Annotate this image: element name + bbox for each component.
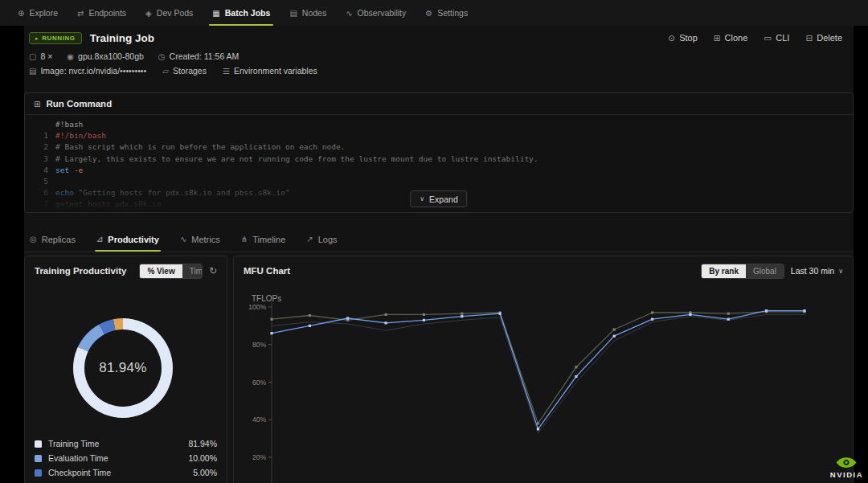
y-axis-tick: 100% (248, 303, 266, 311)
code-text: getent hosts pbss.s8k.io (55, 211, 166, 213)
delete-icon: ⊟ (805, 33, 813, 43)
tab-logs-icon: ↗ (306, 235, 313, 244)
tab-label: Replicas (42, 235, 76, 244)
job-header: ▸ RUNNING Training Job ⊙Stop⊞Clone▭CLI⊟D… (24, 27, 854, 84)
image-icon: ▤ (29, 67, 36, 76)
job-meta-item[interactable]: ▱Storages (162, 66, 207, 76)
code-token: "Getting hosts for pdx.s8k.io and pbss.s… (74, 188, 290, 197)
code-line: 8getent hosts pbss.s8k.io (25, 211, 853, 213)
tab-label: Productivity (108, 235, 159, 244)
delete-button[interactable]: ⊟Delete (805, 33, 842, 43)
status-badge-label: RUNNING (42, 35, 76, 42)
running-icon: ▸ (35, 35, 39, 42)
action-button-label: Stop (679, 33, 698, 43)
line-number: 4 (25, 165, 55, 176)
line-number: 2 (25, 141, 55, 153)
settings-icon: ⚙ (425, 9, 432, 18)
line-number: 7 (25, 199, 55, 210)
nav-item-label: Explore (29, 8, 58, 18)
job-meta-text: Environment variables (234, 66, 317, 76)
legend-row: Evaluation Time10.00% (35, 451, 217, 465)
tab-label: Metrics (191, 235, 219, 244)
y-axis-tick: 40% (252, 415, 266, 424)
job-tab-bar: ◎Replicas⊿Productivity∿Metrics⋔Timeline↗… (24, 227, 854, 252)
y-axis-tick: 80% (252, 341, 266, 349)
tab-productivity[interactable]: ⊿Productivity (96, 227, 159, 252)
productivity-donut-chart[interactable]: 81.94% (73, 318, 173, 418)
nav-item-label: Batch Jobs (225, 8, 271, 18)
gpu-icon: ◉ (67, 52, 74, 61)
nav-item-explore[interactable]: ⊕Explore (18, 0, 58, 26)
job-spec-item: ◉gpu.8xa100-80gb (67, 51, 143, 61)
job-meta-item[interactable]: ☰Environment variables (223, 66, 317, 76)
code-line: 1#!/bin/bash (25, 130, 853, 141)
nav-item-batch-jobs[interactable]: ▦Batch Jobs (212, 0, 270, 26)
scope-toggle: By rankGlobal (701, 264, 784, 279)
expand-button[interactable]: ∨ Expand (410, 190, 467, 207)
nav-item-label: Observability (358, 8, 407, 18)
clock-icon: ◷ (158, 52, 166, 61)
endpoints-icon: ⇄ (77, 9, 84, 18)
tab-replicas[interactable]: ◎Replicas (30, 227, 76, 252)
job-actions: ⊙Stop⊞Clone▭CLI⊟Delete (668, 33, 842, 43)
cli-button[interactable]: ▭CLI (764, 33, 789, 43)
refresh-icon[interactable]: ↻ (209, 265, 217, 276)
code-token: # Bash script which is run before the ap… (55, 142, 345, 151)
tab-metrics[interactable]: ∿Metrics (180, 227, 220, 252)
tab-label: Logs (318, 235, 338, 244)
status-badge: ▸ RUNNING (29, 32, 82, 44)
storages-icon: ▱ (162, 67, 169, 76)
page-title: Training Job (90, 32, 154, 44)
nav-item-label: Settings (437, 8, 468, 18)
code-token: -e (69, 166, 83, 174)
nav-item-nodes[interactable]: ▤Nodes (289, 0, 326, 26)
nav-item-endpoints[interactable]: ⇄Endpoints (77, 0, 126, 26)
legend-row: Checkpoint Time5.00% (35, 465, 217, 480)
code-token: set (55, 166, 69, 174)
y-axis-tick: 60% (252, 379, 266, 387)
app-page: ⊕Explore⇄Endpoints◈Dev Pods▦Batch Jobs▤N… (0, 0, 868, 483)
legend-value: 81.94% (188, 439, 217, 448)
donut-hole: 81.94% (84, 330, 162, 407)
run-command-header: ⊞ Run Command (25, 93, 853, 115)
code-text: #!/bin/bash (55, 130, 106, 141)
legend-swatch (35, 469, 42, 477)
tab-replicas-icon: ◎ (30, 235, 37, 244)
mfu-line-chart[interactable]: 100%80%60%40%20% (234, 289, 853, 483)
nav-item-label: Endpoints (88, 8, 126, 18)
time-range-select[interactable]: Last 30 min ∨ (791, 266, 843, 276)
legend-label: Checkpoint Time (48, 468, 186, 477)
toggle-option-by-rank[interactable]: By rank (702, 264, 746, 278)
tab-label: Timeline (252, 235, 285, 244)
productivity-legend: Training Time81.94%Evaluation Time10.00%… (35, 436, 217, 483)
stop-button[interactable]: ⊙Stop (668, 33, 697, 43)
chart-series-line (272, 312, 805, 424)
view-toggle: % ViewTime View (139, 264, 203, 279)
clone-button[interactable]: ⊞Clone (714, 33, 748, 43)
toggle-option-global[interactable]: Global (746, 264, 784, 278)
legend-value: 10.00% (188, 453, 217, 463)
legend-row: Training Time81.94% (35, 436, 217, 451)
nav-item-dev-pods[interactable]: ◈Dev Pods (145, 0, 193, 26)
code-token: #!/bin/bash (55, 131, 106, 140)
legend-row: Restart Time3.06% (35, 480, 217, 483)
tab-logs[interactable]: ↗Logs (306, 227, 337, 252)
code-text: #!bash (55, 119, 83, 130)
action-button-label: Clone (725, 33, 748, 43)
mfu-chart-panel: MFU Chart By rankGlobal Last 30 min ∨ TF… (233, 256, 854, 483)
action-button-label: Delete (817, 33, 842, 43)
job-spec-text: gpu.8xa100-80gb (78, 51, 144, 61)
clone-icon: ⊞ (714, 33, 721, 43)
toggle-option-time-view[interactable]: Time View (182, 264, 203, 278)
code-line: #!bash (25, 119, 853, 130)
job-meta-text: Storages (173, 66, 207, 76)
nav-item-settings[interactable]: ⚙Settings (425, 0, 468, 26)
tab-timeline[interactable]: ⋔Timeline (241, 227, 286, 252)
run-command-title: Run Command (46, 99, 112, 108)
run-command-icon: ⊞ (34, 100, 40, 108)
code-line: 5 (25, 176, 853, 187)
toggle-option--view[interactable]: % View (140, 264, 182, 278)
nav-item-observability[interactable]: ∿Observability (346, 0, 406, 26)
productivity-panel-title: Training Productivity (35, 266, 126, 276)
dropdown-chevron-icon: ∨ (838, 268, 843, 275)
